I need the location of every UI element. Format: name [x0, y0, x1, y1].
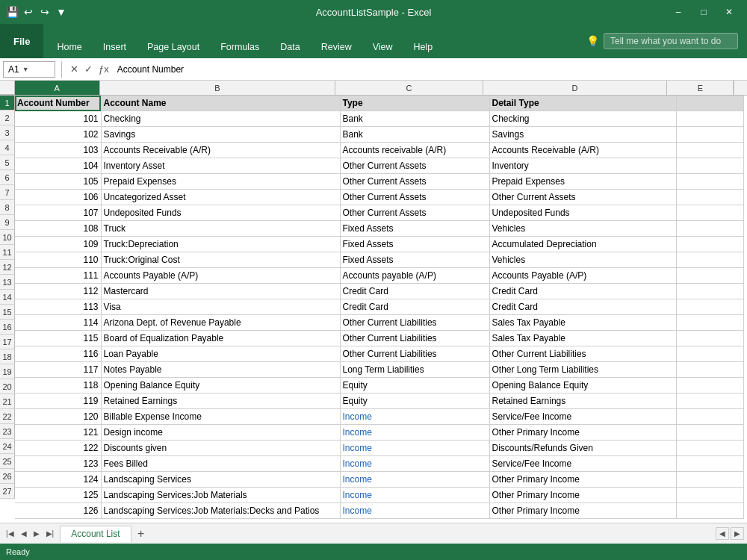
row-num-22[interactable]: 22: [0, 409, 15, 424]
cell-type[interactable]: Equity: [340, 378, 489, 393]
sheet-scroll-arrows[interactable]: ◀ ▶: [716, 527, 744, 540]
cell-type[interactable]: Accounts receivable (A/R): [340, 143, 489, 158]
cell-account-name[interactable]: Arizona Dept. of Revenue Payable: [101, 315, 340, 331]
cell-e[interactable]: [676, 111, 743, 127]
save-icon[interactable]: 💾: [6, 6, 18, 18]
col-header-d[interactable]: D: [483, 81, 668, 95]
prev-sheet-btn[interactable]: ◀: [18, 528, 30, 539]
row-num-5[interactable]: 5: [0, 155, 15, 170]
cell-account-name[interactable]: Landscaping Services:Job Materials: [101, 488, 340, 503]
row-num-13[interactable]: 13: [0, 275, 15, 290]
cell-detail-type[interactable]: Prepaid Expenses: [489, 174, 676, 190]
cell-detail-type[interactable]: Service/Fee Income: [489, 409, 676, 425]
cell-account-number[interactable]: 113: [15, 299, 101, 315]
cell-e[interactable]: [676, 174, 743, 190]
tab-data[interactable]: Data: [270, 36, 310, 58]
cell-account-name[interactable]: Truck:Original Cost: [101, 252, 340, 268]
cell-account-name[interactable]: Prepaid Expenses: [101, 174, 340, 190]
close-button[interactable]: ✕: [717, 0, 741, 24]
insert-function-icon[interactable]: ƒx: [96, 63, 111, 75]
add-sheet-button[interactable]: +: [133, 526, 149, 542]
cell-type[interactable]: Other Current Assets: [340, 158, 489, 174]
row-num-18[interactable]: 18: [0, 349, 15, 364]
cell-account-number[interactable]: 104: [15, 158, 101, 174]
cell-type[interactable]: Income: [340, 425, 489, 441]
row-num-23[interactable]: 23: [0, 424, 15, 439]
restore-button[interactable]: □: [692, 0, 716, 24]
cell-account-name[interactable]: Savings: [101, 127, 340, 143]
header-account-number[interactable]: Account Number: [15, 96, 101, 111]
cell-type[interactable]: Income: [340, 503, 489, 519]
col-header-e[interactable]: E: [667, 81, 734, 95]
row-num-11[interactable]: 11: [0, 245, 15, 260]
cell-type[interactable]: Other Current Liabilities: [340, 331, 489, 346]
row-num-9[interactable]: 9: [0, 215, 15, 230]
cell-type[interactable]: Other Current Liabilities: [340, 315, 489, 331]
cell-detail-type[interactable]: Accounts Receivable (A/R): [489, 143, 676, 158]
cell-type[interactable]: Income: [340, 409, 489, 425]
cell-account-name[interactable]: Fees Billed: [101, 456, 340, 472]
row-num-19[interactable]: 19: [0, 364, 15, 379]
cell-account-name[interactable]: Discounts given: [101, 441, 340, 456]
cell-e[interactable]: [676, 488, 743, 503]
cell-account-name[interactable]: Undeposited Funds: [101, 205, 340, 221]
cell-account-number[interactable]: 123: [15, 456, 101, 472]
cell-e[interactable]: [676, 362, 743, 378]
row-num-4[interactable]: 4: [0, 140, 15, 155]
cell-e[interactable]: [676, 299, 743, 315]
cell-e[interactable]: [676, 252, 743, 268]
undo-icon[interactable]: ↩: [22, 6, 34, 18]
cell-type[interactable]: Other Current Liabilities: [340, 346, 489, 362]
row-num-15[interactable]: 15: [0, 305, 15, 320]
cell-account-name[interactable]: Truck:Depreciation: [101, 237, 340, 252]
cell-type[interactable]: Fixed Assets: [340, 221, 489, 237]
cell-detail-type[interactable]: Credit Card: [489, 284, 676, 299]
cell-account-name[interactable]: Uncategorized Asset: [101, 190, 340, 205]
minimize-button[interactable]: –: [666, 0, 690, 24]
cell-e[interactable]: [676, 409, 743, 425]
cell-detail-type[interactable]: Other Primary Income: [489, 425, 676, 441]
cell-ref-dropdown-icon[interactable]: ▼: [22, 66, 29, 73]
cell-account-name[interactable]: Opening Balance Equity: [101, 378, 340, 393]
cell-account-number[interactable]: 121: [15, 425, 101, 441]
row-num-3[interactable]: 3: [0, 125, 15, 140]
cell-detail-type[interactable]: Retained Earnings: [489, 393, 676, 409]
cell-type[interactable]: Other Current Assets: [340, 174, 489, 190]
cell-account-number[interactable]: 115: [15, 331, 101, 346]
cell-account-number[interactable]: 102: [15, 127, 101, 143]
cell-type[interactable]: Income: [340, 456, 489, 472]
col-header-b[interactable]: B: [100, 81, 336, 95]
cell-account-name[interactable]: Notes Payable: [101, 362, 340, 378]
cell-e[interactable]: [676, 284, 743, 299]
cell-account-name[interactable]: Board of Equalization Payable: [101, 331, 340, 346]
cell-account-name[interactable]: Design income: [101, 425, 340, 441]
cell-account-name[interactable]: Inventory Asset: [101, 158, 340, 174]
cell-account-name[interactable]: Truck: [101, 221, 340, 237]
cell-account-number[interactable]: 103: [15, 143, 101, 158]
row-num-12[interactable]: 12: [0, 260, 15, 275]
cell-account-name[interactable]: Retained Earnings: [101, 393, 340, 409]
cell-e[interactable]: [676, 221, 743, 237]
cell-account-number[interactable]: 110: [15, 252, 101, 268]
col-header-a[interactable]: A: [15, 81, 100, 95]
quick-access-toolbar[interactable]: 💾 ↩ ↪ ▼: [6, 6, 67, 18]
cell-e[interactable]: [676, 331, 743, 346]
cell-detail-type[interactable]: Other Primary Income: [489, 488, 676, 503]
cell-type[interactable]: Fixed Assets: [340, 237, 489, 252]
cell-type[interactable]: Income: [340, 441, 489, 456]
cell-detail-type[interactable]: Accumulated Depreciation: [489, 237, 676, 252]
cell-account-number[interactable]: 125: [15, 488, 101, 503]
cell-detail-type[interactable]: Inventory: [489, 158, 676, 174]
redo-icon[interactable]: ↪: [39, 6, 51, 18]
cell-account-name[interactable]: Loan Payable: [101, 346, 340, 362]
confirm-icon[interactable]: ✓: [82, 63, 95, 75]
cell-type[interactable]: Other Current Assets: [340, 205, 489, 221]
row-num-2[interactable]: 2: [0, 111, 15, 125]
cell-detail-type[interactable]: Credit Card: [489, 299, 676, 315]
header-type[interactable]: Type: [340, 96, 489, 111]
first-sheet-btn[interactable]: |◀: [3, 528, 17, 539]
scroll-right-icon[interactable]: ▶: [731, 527, 744, 540]
cell-detail-type[interactable]: Vehicles: [489, 252, 676, 268]
cell-type[interactable]: Income: [340, 488, 489, 503]
tab-formulas[interactable]: Formulas: [210, 36, 270, 58]
